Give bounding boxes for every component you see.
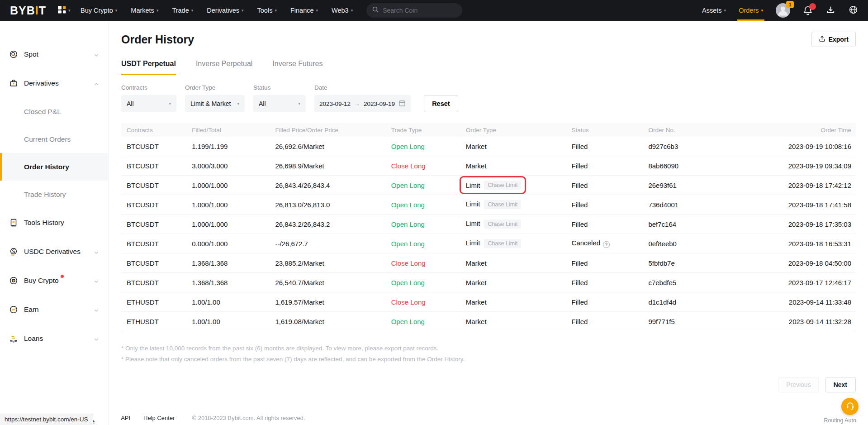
cell-order-no: d927c6b3 (648, 143, 749, 150)
cell-order-type: Market (466, 162, 572, 170)
sidebar-item-label: Earn (24, 306, 88, 314)
date-from-value: 2023-09-12 (319, 100, 351, 107)
tabs: USDT PerpetualInverse PerpetualInverse F… (121, 60, 856, 75)
sidebar-subitem-label: Trade History (24, 191, 66, 199)
sidebar-item-loans[interactable]: Loans (0, 324, 108, 353)
contracts-select[interactable]: All ▾ (121, 95, 176, 112)
caret-down-icon: ▾ (275, 8, 277, 13)
help-icon[interactable]: ? (603, 241, 610, 248)
next-page-button[interactable]: Next (825, 377, 856, 392)
sidebar-item-trade-history[interactable]: Trade History (0, 181, 108, 208)
nav-menu-derivatives[interactable]: Derivatives▾ (207, 7, 243, 14)
cell-filled-total: 1.00/1.00 (192, 318, 275, 325)
sidebar-subitem-label: Order History (24, 163, 69, 171)
cell-status: Canceled? (572, 239, 649, 248)
cell-contracts: ETHUSDT (127, 298, 192, 306)
table-row: BTCUSDT1.000/1.00026,843.2/26,843.2Open … (121, 215, 856, 234)
caret-down-icon: ▾ (115, 8, 118, 13)
export-icon (819, 35, 825, 43)
caret-down-icon: ▾ (298, 101, 300, 106)
cell-order-time: 2023-09-18 17:41:58 (750, 201, 851, 209)
page-title: Order History (121, 33, 194, 46)
sidebar: SpotDerivativesClosed P&LCurrent OrdersO… (0, 21, 109, 425)
date-range-picker[interactable]: 2023-09-12 → 2023-09-19 (314, 95, 411, 112)
order-type-text: Market (466, 162, 487, 170)
tab-inverse-perpetual[interactable]: Inverse Perpetual (196, 60, 252, 75)
reset-button[interactable]: Reset (424, 95, 458, 112)
table-note: * Only the latest 10,000 records from th… (121, 343, 856, 354)
cell-order-time: 2023-09-18 17:42:12 (750, 181, 851, 189)
bybit-logo[interactable]: BYBIT (10, 4, 46, 17)
pagination: Previous Next (121, 377, 856, 392)
column-header-order-time: Order Time (750, 127, 851, 134)
cell-filled-price-order-price: 1,619.57/Market (275, 298, 391, 306)
language-button[interactable] (848, 5, 858, 15)
apps-grid-icon[interactable]: ▾ (57, 5, 68, 16)
footer-link-help-center[interactable]: Help Center (143, 415, 175, 421)
sidebar-item-label: Buy Crypto (24, 277, 88, 285)
status-text: Filled (572, 201, 588, 209)
sidebar-item-tools-history[interactable]: Tools History (0, 208, 108, 237)
order-type-text: Market (466, 279, 487, 287)
sidebar-item-usdc-derivatives[interactable]: USDC Derivatives (0, 237, 108, 266)
order-type-select[interactable]: Limit & Market ▾ (185, 95, 245, 112)
previous-page-button[interactable]: Previous (778, 377, 818, 392)
date-to-value: 2023-09-19 (364, 100, 395, 107)
nav-menu-trade[interactable]: Trade▾ (172, 7, 193, 14)
tab-inverse-futures[interactable]: Inverse Futures (272, 60, 323, 75)
sidebar-item-label: Loans (24, 334, 88, 343)
nav-menu-web3[interactable]: Web3▾ (332, 7, 353, 14)
cell-trade-type: Open Long (391, 220, 466, 228)
cell-status: Filled (572, 220, 649, 228)
cell-order-time: 2023-09-14 11:32:28 (750, 318, 851, 325)
user-avatar[interactable]: 1 (776, 3, 790, 18)
cell-order-time: 2023-09-19 10:08:16 (750, 143, 851, 150)
cell-trade-type: Open Long (391, 318, 466, 325)
top-navigation: BYBIT ▾ Buy Crypto▾Markets▾Trade▾Derivat… (0, 0, 868, 21)
cell-filled-total: 1.000/1.000 (192, 181, 275, 189)
nav-menu-buy-crypto[interactable]: Buy Crypto▾ (81, 7, 117, 14)
search-input[interactable] (383, 7, 465, 14)
support-chat-button[interactable] (841, 398, 859, 415)
nav-menu-markets[interactable]: Markets▾ (131, 7, 158, 14)
order-type-wrap: Market (466, 318, 487, 325)
download-app-button[interactable] (825, 5, 835, 15)
sidebar-item-spot[interactable]: Spot (0, 40, 108, 69)
status-select[interactable]: All ▾ (253, 95, 306, 112)
cell-contracts: BTCUSDT (127, 162, 192, 170)
sidebar-item-earn[interactable]: Earn (0, 295, 108, 324)
cell-order-type: Market (466, 143, 572, 150)
cell-status: Filled (572, 279, 649, 287)
search-box[interactable] (366, 3, 462, 18)
sidebar-item-derivatives[interactable]: Derivatives (0, 69, 108, 98)
footer-link-api[interactable]: API (121, 415, 130, 421)
cell-filled-price-order-price: --/26,672.7 (275, 240, 391, 248)
cell-status: Filled (572, 259, 649, 267)
sidebar-item-order-history[interactable]: Order History (0, 153, 108, 181)
nav-menu-tools[interactable]: Tools▾ (257, 7, 277, 14)
sidebar-item-buy-crypto[interactable]: Buy Crypto (0, 266, 108, 295)
sidebar-item-closed-p-l[interactable]: Closed P&L (0, 98, 108, 125)
order-type-text: Market (466, 143, 487, 150)
cell-status: Filled (572, 143, 649, 150)
nav-orders[interactable]: Orders▾ (739, 0, 763, 21)
nav-menu-finance[interactable]: Finance▾ (290, 7, 318, 14)
cell-order-time: 2023-09-18 04:50:00 (750, 259, 851, 267)
loans-icon (9, 334, 18, 343)
cell-status: Filled (572, 162, 649, 170)
nav-menu-label: Finance (290, 7, 314, 14)
nav-assets[interactable]: Assets▾ (702, 0, 726, 21)
logo-text-2: T (39, 4, 46, 17)
column-header-filled-total: Filled/Total (192, 127, 275, 134)
export-button[interactable]: Export (811, 32, 856, 47)
cell-contracts: BTCUSDT (127, 143, 192, 150)
tab-usdt-perpetual[interactable]: USDT Perpetual (121, 60, 176, 75)
cell-contracts: BTCUSDT (127, 240, 192, 248)
cell-order-no: 26e93f61 (648, 181, 749, 189)
nav-menu-label: Derivatives (207, 7, 239, 14)
sidebar-item-current-orders[interactable]: Current Orders (0, 125, 108, 153)
caret-down-icon: ▾ (761, 8, 763, 13)
cell-order-no: bef7c164 (648, 220, 749, 228)
notifications-button[interactable] (803, 5, 813, 15)
order-type-text: Market (466, 298, 487, 306)
